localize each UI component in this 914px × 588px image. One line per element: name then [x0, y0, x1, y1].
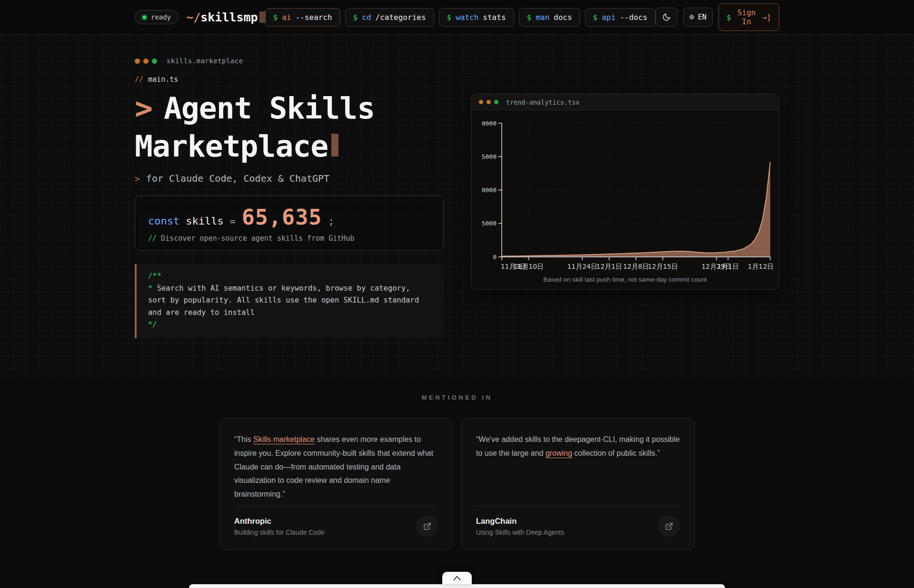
- navbar-right: EN $ Sign In →]: [656, 3, 779, 31]
- card-source: LangChain Using Skills with Deep Agents: [476, 517, 564, 536]
- external-link-button[interactable]: [658, 515, 680, 537]
- trend-area-chart: 0500000005000000011月3日11月10日11月24日12月1日1…: [471, 110, 779, 273]
- comment-body: * Search with AI semantics or keywords, …: [148, 283, 432, 319]
- chart-caption: Based on skill last push time, not same-…: [471, 275, 779, 289]
- nav-cmd: api: [602, 13, 616, 22]
- quote-link[interactable]: growing: [546, 449, 572, 457]
- chevron-up-icon: [452, 575, 462, 581]
- file-comment-row: //main.ts: [135, 75, 444, 84]
- svg-text:12月15日: 12月15日: [648, 263, 678, 270]
- comment-close: */: [148, 319, 432, 331]
- sign-in-label: Sign In: [735, 8, 758, 26]
- nav-button-docs[interactable]: $ man docs: [519, 8, 580, 27]
- nav-arg: --docs: [620, 13, 647, 22]
- quote-post: shares even more examples to inspire you…: [234, 435, 433, 498]
- status-dot-icon: [142, 15, 147, 20]
- svg-text:5000: 5000: [482, 220, 497, 227]
- quote-link[interactable]: Skills marketplace: [253, 435, 315, 443]
- mention-cards: “This Skills marketplace shares even mor…: [0, 418, 914, 550]
- mention-card-langchain: “We've added skills to the deepagent-CLI…: [461, 418, 695, 550]
- keyword-const: const: [148, 215, 179, 227]
- brand-prefix: ~/: [186, 10, 200, 24]
- language-button[interactable]: EN: [683, 8, 713, 27]
- comment-open: /**: [148, 270, 432, 283]
- mentioned-section: MENTIONED IN “This Skills marketplace sh…: [0, 378, 914, 550]
- mentioned-heading: MENTIONED IN: [0, 394, 914, 401]
- skills-count-line: const skills = 65,635 ;: [148, 205, 430, 230]
- svg-text:11月24日: 11月24日: [567, 263, 597, 270]
- svg-text:0: 0: [493, 254, 497, 261]
- subtitle-text: for Claude Code, Codex & ChatGPT: [146, 173, 329, 184]
- chart-window-header: trend-analytics.tsx: [471, 94, 779, 110]
- window-dot-icon: [152, 59, 157, 64]
- comment-slashes: //: [148, 234, 157, 243]
- nav-cmd: man: [536, 13, 549, 22]
- prompt-chevron: >: [135, 174, 140, 184]
- comment-text: Discover open-source agent skills from G…: [161, 234, 354, 243]
- svg-text:0000: 0000: [482, 120, 497, 127]
- window-label: skills.marketplace: [135, 57, 444, 65]
- skills-count-card: const skills = 65,635 ; //Discover open-…: [135, 196, 444, 251]
- semicolon: ;: [328, 215, 334, 227]
- prompt-symbol: $: [447, 13, 452, 22]
- status-label: ready: [151, 13, 171, 21]
- window-dot-icon: [143, 59, 149, 64]
- nav-arg: stats: [483, 13, 506, 22]
- quote-post: collection of public skills.”: [572, 449, 660, 457]
- page-title: >Agent Skills Marketplace: [135, 89, 444, 166]
- comment-body-text: Search with AI semantics or keywords, br…: [148, 284, 419, 317]
- brand-logo[interactable]: ~/skillsmp: [186, 10, 265, 24]
- file-name: main.ts: [148, 75, 178, 84]
- source-name: Anthropic: [234, 517, 325, 526]
- nav-arg: docs: [554, 13, 572, 22]
- nav-arg: /categories: [376, 13, 426, 22]
- nav-button-api-docs[interactable]: $ api --docs: [585, 8, 656, 27]
- sign-in-button[interactable]: $ Sign In →]: [718, 3, 779, 31]
- moon-icon: [662, 13, 671, 21]
- brand-name: skillsmp: [200, 10, 258, 24]
- nav-button-stats[interactable]: $ watch stats: [439, 8, 514, 27]
- external-link-button[interactable]: [416, 515, 438, 537]
- title-line-2: Marketplace: [135, 129, 328, 164]
- nav-cmd: watch: [456, 13, 478, 22]
- prompt-symbol: $: [273, 13, 278, 22]
- scroll-top-button[interactable]: [442, 572, 472, 584]
- prompt-symbol: $: [527, 13, 532, 22]
- hero-right-column: trend-analytics.tsx 0500000005000000011月…: [471, 94, 779, 338]
- comment-slashes: //: [135, 75, 143, 84]
- navbar-links: $ ai --search $ cd /categories $ watch s…: [265, 8, 656, 27]
- window-dots-icon: [135, 59, 157, 64]
- cursor-block-icon: [331, 134, 338, 157]
- bottom-sheet-edge: [189, 584, 725, 588]
- window-dot-icon: [135, 59, 140, 64]
- svg-text:0000: 0000: [482, 186, 497, 194]
- svg-text:12月1日: 12月1日: [596, 263, 622, 270]
- window-dot-icon: [479, 100, 483, 104]
- equals-sign: =: [230, 216, 236, 227]
- card-source: Anthropic Building skills for Claude Cod…: [234, 517, 325, 536]
- theme-toggle-button[interactable]: [656, 8, 677, 27]
- skills-count-value: 65,635: [242, 205, 322, 230]
- cursor-block-icon: [259, 11, 265, 23]
- language-label: EN: [698, 13, 706, 21]
- nav-button-categories[interactable]: $ cd /categories: [345, 8, 434, 27]
- quote-text: “This Skills marketplace shares even mor…: [234, 433, 438, 501]
- skills-count-comment: //Discover open-source agent skills from…: [148, 234, 430, 243]
- prompt-chevron: >: [135, 91, 152, 126]
- status-badge: ready: [135, 10, 179, 24]
- svg-text:5000: 5000: [482, 153, 497, 160]
- quote-pre: “This: [234, 435, 253, 443]
- comment-star: *: [148, 284, 152, 293]
- svg-text:1月12日: 1月12日: [748, 263, 774, 270]
- arrow-bracket-icon: →]: [762, 13, 771, 22]
- quote-text: “We've added skills to the deepagent-CLI…: [476, 433, 680, 461]
- variable-name: skills: [186, 215, 223, 227]
- doc-comment-block: /** * Search with AI semantics or keywor…: [135, 264, 444, 338]
- source-description: Building skills for Claude Code: [234, 529, 325, 536]
- navbar-left: ready ~/skillsmp: [135, 10, 265, 24]
- title-line-1: Agent Skills: [164, 91, 375, 126]
- nav-button-ai-search[interactable]: $ ai --search: [265, 8, 340, 27]
- prompt-symbol: $: [353, 13, 358, 22]
- window-dot-icon: [494, 100, 498, 104]
- window-title: skills.marketplace: [167, 57, 243, 65]
